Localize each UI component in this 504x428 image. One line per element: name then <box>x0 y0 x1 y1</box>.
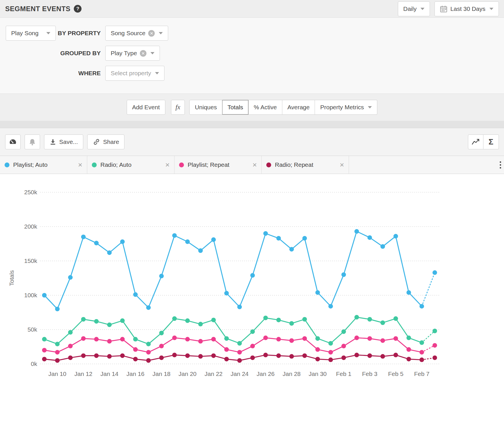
svg-text:Jan 30: Jan 30 <box>309 370 327 377</box>
kebab-menu-icon[interactable] <box>497 156 504 174</box>
by-property-value: Song Source <box>111 30 145 37</box>
event-dropdown[interactable]: Play Song <box>6 26 56 41</box>
page-title: SEGMENT EVENTS <box>5 5 70 13</box>
svg-text:Jan 28: Jan 28 <box>283 370 301 377</box>
metric-toolbar: Add Event fx Uniques Totals % Active Ave… <box>0 94 504 121</box>
svg-text:Feb 7: Feb 7 <box>414 370 430 377</box>
grouped-by-value: Play Type <box>111 50 137 57</box>
grouped-by-label: GROUPED BY <box>6 50 101 57</box>
header: SEGMENT EVENTS ? Daily Last 30 Days <box>0 0 504 18</box>
svg-text:Totals: Totals <box>8 270 15 286</box>
svg-text:Jan 20: Jan 20 <box>178 370 197 377</box>
legend-tabs: Playlist; Auto×Radio; Auto×Playlist; Rep… <box>0 156 349 174</box>
close-icon[interactable]: × <box>163 161 170 169</box>
where-label: WHERE <box>6 70 101 77</box>
legend-label: Radio; Repeat <box>275 161 338 168</box>
totals-line-chart: 0k50k100k150k200k250kJan 10Jan 12Jan 14J… <box>0 174 504 428</box>
where-dropdown[interactable]: Select property <box>105 66 164 81</box>
series-color-dot <box>5 163 9 167</box>
svg-text:Feb 1: Feb 1 <box>336 370 352 377</box>
event-value: Play Song <box>11 30 39 37</box>
svg-text:Jan 16: Jan 16 <box>126 370 144 377</box>
where-placeholder: Select property <box>111 70 151 77</box>
chevron-down-icon <box>489 8 493 10</box>
svg-text:50k: 50k <box>27 326 37 333</box>
granularity-value: Daily <box>403 5 417 12</box>
legend-label: Playlist; Auto <box>13 161 76 168</box>
series-legend: Playlist; Auto×Radio; Auto×Playlist; Rep… <box>0 156 504 174</box>
svg-text:0k: 0k <box>31 360 37 367</box>
legend-tab-3[interactable]: Radio; Repeat× <box>262 156 349 174</box>
formula-button[interactable]: fx <box>171 100 185 115</box>
bell-icon <box>28 138 36 146</box>
legend-label: Playlist; Repeat <box>188 161 250 168</box>
section-divider <box>0 121 504 128</box>
date-range-dropdown[interactable]: Last 30 Days <box>434 1 499 16</box>
chevron-down-icon <box>159 32 163 34</box>
add-event-button[interactable]: Add Event <box>127 100 165 115</box>
alert-bell-button[interactable] <box>25 134 40 149</box>
save-label: Save... <box>59 138 78 145</box>
by-property-dropdown[interactable]: Song Source ✕ <box>105 26 168 41</box>
svg-text:Jan 10: Jan 10 <box>48 370 66 377</box>
date-range-value: Last 30 Days <box>450 5 485 12</box>
legend-tab-2[interactable]: Playlist; Repeat× <box>174 156 262 174</box>
line-chart-icon <box>471 138 480 146</box>
totals-table-toggle-button[interactable]: Σ <box>483 134 499 149</box>
chevron-down-icon <box>420 8 424 10</box>
chart-toolbar: Save... Share Σ <box>0 128 504 156</box>
close-icon[interactable]: × <box>338 161 344 169</box>
svg-text:200k: 200k <box>24 223 37 230</box>
metric-property-metrics-dropdown[interactable]: Property Metrics <box>315 100 377 115</box>
segmentation-app: SEGMENT EVENTS ? Daily Last 30 Days Play… <box>0 0 504 428</box>
download-icon <box>49 138 56 145</box>
legend-tab-1[interactable]: Radio; Auto× <box>87 156 174 174</box>
metric-percent-active-button[interactable]: % Active <box>249 100 282 115</box>
close-icon[interactable]: × <box>250 161 257 169</box>
svg-text:150k: 150k <box>24 257 37 264</box>
series-color-dot <box>92 163 97 167</box>
metric-segmented-control: Uniques Totals % Active Average Property… <box>189 100 377 115</box>
sigma-icon: Σ <box>489 137 493 146</box>
line-chart-toggle-button[interactable] <box>468 134 483 149</box>
chevron-down-icon <box>150 52 154 54</box>
svg-text:Jan 14: Jan 14 <box>100 370 118 377</box>
help-icon[interactable]: ? <box>74 5 82 13</box>
svg-text:Jan 24: Jan 24 <box>231 370 249 377</box>
chart-type-segmented-control: Σ <box>468 134 499 149</box>
calendar-icon <box>440 5 447 13</box>
chart-area: 0k50k100k150k200k250kJan 10Jan 12Jan 14J… <box>0 174 504 428</box>
chevron-down-icon <box>155 72 159 74</box>
dashboard-gauge-button[interactable] <box>5 134 21 149</box>
series-color-dot <box>266 163 271 167</box>
gauge-icon <box>9 138 17 146</box>
svg-text:Feb 3: Feb 3 <box>362 370 378 377</box>
clear-icon[interactable]: ✕ <box>148 30 155 37</box>
close-icon[interactable]: × <box>76 161 82 169</box>
metric-uniques-button[interactable]: Uniques <box>189 100 222 115</box>
legend-tab-0[interactable]: Playlist; Auto× <box>0 156 87 174</box>
svg-text:250k: 250k <box>24 189 37 195</box>
link-icon <box>93 138 100 146</box>
svg-text:100k: 100k <box>24 292 37 298</box>
metric-totals-button[interactable]: Totals <box>222 100 249 115</box>
grouped-by-dropdown[interactable]: Play Type ✕ <box>105 46 160 61</box>
save-button[interactable]: Save... <box>44 134 83 149</box>
chevron-down-icon <box>46 32 50 34</box>
query-builder: Play Song BY PROPERTY Song Source ✕ GROU… <box>0 18 504 94</box>
svg-text:Jan 18: Jan 18 <box>152 370 170 377</box>
by-property-label: BY PROPERTY <box>56 30 101 37</box>
svg-text:Jan 12: Jan 12 <box>74 370 92 377</box>
series-color-dot <box>179 163 184 167</box>
metric-average-button[interactable]: Average <box>282 100 315 115</box>
share-button[interactable]: Share <box>87 134 124 149</box>
chevron-down-icon <box>368 106 372 108</box>
svg-text:Feb 5: Feb 5 <box>388 370 404 377</box>
svg-text:Jan 22: Jan 22 <box>205 370 223 377</box>
property-metrics-label: Property Metrics <box>320 104 364 111</box>
clear-icon[interactable]: ✕ <box>140 50 146 57</box>
legend-label: Radio; Auto <box>100 161 163 168</box>
granularity-dropdown[interactable]: Daily <box>398 1 430 16</box>
share-label: Share <box>103 138 119 145</box>
svg-text:Jan 26: Jan 26 <box>257 370 275 377</box>
